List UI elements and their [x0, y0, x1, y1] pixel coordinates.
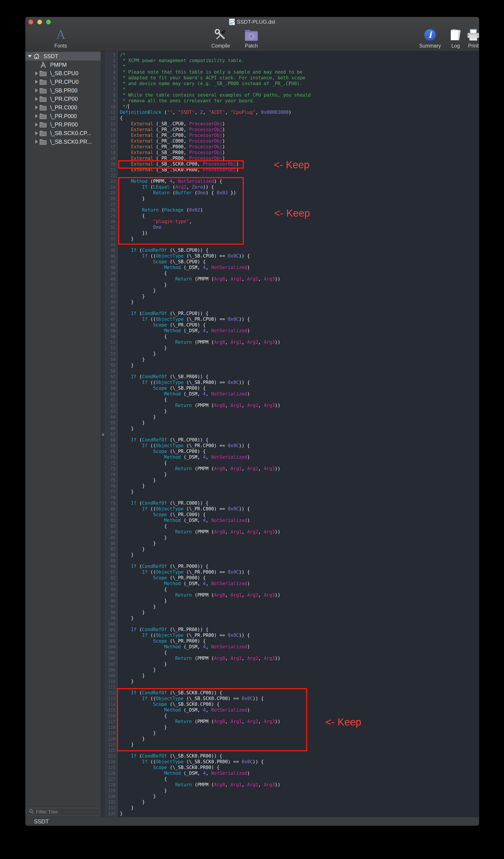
code-line[interactable]: {: [120, 334, 479, 339]
compile-button[interactable]: Compile: [207, 28, 234, 48]
fonts-button[interactable]: A Fonts: [47, 28, 74, 48]
code-line[interactable]: Return (PMPM (Arg0, Arg1, Arg2, Arg3)): [120, 339, 479, 345]
log-button[interactable]: Log: [447, 28, 464, 48]
code-line[interactable]: Method (_DSM, 4, NotSerialized): [120, 707, 479, 713]
code-line[interactable]: [120, 172, 479, 178]
patch-button[interactable]: Patch: [239, 28, 264, 48]
code-line[interactable]: }: [120, 805, 479, 811]
code-line[interactable]: Return (PMPM (Arg0, Arg1, Arg2, Arg3)): [120, 276, 479, 282]
code-line[interactable]: }: [120, 293, 479, 299]
code-line[interactable]: External (_SB_.PR00, ProcessorObj): [120, 150, 479, 155]
code-line[interactable]: }: [120, 425, 479, 431]
code-line[interactable]: Method (_DSM, 4, NotSerialized): [120, 265, 479, 270]
code-line[interactable]: [120, 201, 479, 207]
code-line[interactable]: Return (PMPM (Arg0, Arg1, Arg2, Arg3)): [120, 782, 479, 788]
code-line[interactable]: */: [120, 104, 479, 109]
code-line[interactable]: }: [120, 477, 479, 483]
pane-splitter[interactable]: [101, 51, 106, 817]
code-line[interactable]: If (CondRefOf (\_PR.CP00)) {: [120, 437, 479, 443]
code-line[interactable]: }: [120, 609, 479, 615]
code-line[interactable]: Return (PMPM (Arg0, Arg1, Arg2, Arg3)): [120, 592, 479, 598]
tree-item-prp000[interactable]: \_PR.P000: [26, 112, 101, 120]
code-line[interactable]: }: [120, 196, 479, 201]
code-line[interactable]: If (CondRefOf (\_PR.CPU0)) {: [120, 311, 479, 316]
code-line[interactable]: Method (_DSM, 4, NotSerialized): [120, 454, 479, 460]
code-line[interactable]: Method (_DSM, 4, NotSerialized): [120, 391, 479, 397]
code-line[interactable]: External (_PR_.P000, ProcessorObj): [120, 144, 479, 150]
code-line[interactable]: * XCPM power management compatibility ta…: [120, 58, 479, 63]
code-line[interactable]: DefinitionBlock ("", "SSDT", 2, "ACDT", …: [120, 109, 479, 115]
code-line[interactable]: If (CondRefOf (\_SB.SCK0.CP00)) {: [120, 690, 479, 696]
code-line[interactable]: {: [120, 713, 479, 719]
summary-button[interactable]: i Summary: [417, 28, 443, 48]
code-line[interactable]: If (CondRefOf (\_PR.C000)) {: [120, 500, 479, 506]
tree-item-sbsck0cp[interactable]: \_SB.SCK0.CP...: [26, 129, 101, 137]
code-line[interactable]: }: [120, 661, 479, 667]
code-line[interactable]: [120, 748, 479, 753]
code-line[interactable]: If (CondRefOf (\_PR.P000)) {: [120, 563, 479, 569]
disclosure-triangle-icon[interactable]: [28, 55, 32, 58]
code-line[interactable]: [120, 621, 479, 627]
code-line[interactable]: Scope (\_SB.PR00) {: [120, 385, 479, 391]
code-line[interactable]: }: [120, 615, 479, 621]
code-line[interactable]: If (CondRefOf (\_SB.PR00)) {: [120, 374, 479, 379]
code-line[interactable]: }): [120, 230, 479, 236]
code-line[interactable]: If ((ObjectType (\_SB.CPU0) == 0x0C)) {: [120, 253, 479, 259]
disclosure-triangle-icon[interactable]: [34, 131, 38, 135]
code-line[interactable]: }: [120, 673, 479, 678]
code-line[interactable]: Return (Package (0x02): [120, 207, 479, 213]
code-line[interactable]: }: [120, 351, 479, 357]
print-button[interactable]: Print: [464, 28, 479, 48]
code-line[interactable]: If ((ObjectType (\_PR.CPU0) == 0x0C)) {: [120, 316, 479, 322]
code-line[interactable]: {: [120, 270, 479, 276]
code-line[interactable]: {: [120, 586, 479, 592]
tree-item-sbsck0pr[interactable]: \_SB.SCK0.PR...: [26, 137, 101, 146]
code-line[interactable]: Scope (\_PR.C000) {: [120, 512, 479, 517]
code-line[interactable]: }: [120, 414, 479, 420]
code-line[interactable]: If (CondRefOf (\_PR.PR00)) {: [120, 627, 479, 632]
code-line[interactable]: [120, 368, 479, 374]
code-line[interactable]: If (LEqual (Arg2, Zero)) {: [120, 184, 479, 190]
code-line[interactable]: {: [120, 460, 479, 466]
code-line[interactable]: *: [120, 87, 479, 92]
tree-item-sbpr00[interactable]: \_SB.PR00: [26, 86, 101, 95]
code-editor[interactable]: 1234567891011121314151617181920212223242…: [106, 51, 479, 817]
code-line[interactable]: /*: [120, 52, 479, 58]
zoom-button[interactable]: [46, 20, 51, 24]
code-line[interactable]: If ((ObjectType (\_PR.PR00) == 0x0C)) {: [120, 632, 479, 638]
code-line[interactable]: }: [120, 724, 479, 730]
code-line[interactable]: Method (_DSM, 4, NotSerialized): [120, 644, 479, 650]
code-line[interactable]: Scope (\_PR.CP00) {: [120, 449, 479, 454]
tree-item-pmpm[interactable]: PMPM: [26, 61, 101, 69]
code-line[interactable]: * adapted to fit your board's ACPI stack…: [120, 75, 479, 81]
tree-item-prpr00[interactable]: \_PR.PR00: [26, 120, 101, 129]
code-line[interactable]: }: [120, 678, 479, 684]
code-line[interactable]: {: [120, 650, 479, 655]
code-line[interactable]: Method (PMPM, 4, NotSerialized) {: [120, 178, 479, 184]
code-line[interactable]: {: [120, 776, 479, 782]
code-line[interactable]: One: [120, 224, 479, 230]
code-line[interactable]: Return (PMPM (Arg0, Arg1, Arg2, Arg3)): [120, 529, 479, 535]
code-line[interactable]: Return (PMPM (Arg0, Arg1, Arg2, Arg3)): [120, 403, 479, 408]
code-line[interactable]: }: [120, 552, 479, 558]
code-line[interactable]: External (_SB_.SCK0.PR00, ProcessorObj): [120, 167, 479, 172]
disclosure-triangle-icon[interactable]: [34, 97, 38, 101]
code-line[interactable]: * While the table contains several examp…: [120, 92, 479, 98]
tree-item-prcpu0[interactable]: \_PR.CPU0: [26, 78, 101, 86]
code-line[interactable]: }: [120, 604, 479, 609]
code-line[interactable]: Scope (\_SB.CPU0) {: [120, 259, 479, 265]
code-line[interactable]: [120, 495, 479, 500]
code-line[interactable]: Method (_DSM, 4, NotSerialized): [120, 517, 479, 523]
code-line[interactable]: Scope (\_PR.P000) {: [120, 575, 479, 581]
disclosure-triangle-icon[interactable]: [34, 123, 38, 127]
code-line[interactable]: }: [120, 788, 479, 793]
code-line[interactable]: "plugin-type",: [120, 218, 479, 224]
code-line[interactable]: Method (_DSM, 4, NotSerialized): [120, 328, 479, 334]
code-line[interactable]: }: [120, 345, 479, 351]
code-pane[interactable]: /* * XCPM power management compatibility…: [117, 51, 479, 817]
code-line[interactable]: If ((ObjectType (\_PR.CP00) == 0x0C)) {: [120, 443, 479, 449]
code-line[interactable]: Method (_DSM, 4, NotSerialized): [120, 581, 479, 586]
code-line[interactable]: Scope (\_PR.PR00) {: [120, 638, 479, 644]
code-line[interactable]: }: [120, 546, 479, 552]
code-line[interactable]: [120, 558, 479, 563]
